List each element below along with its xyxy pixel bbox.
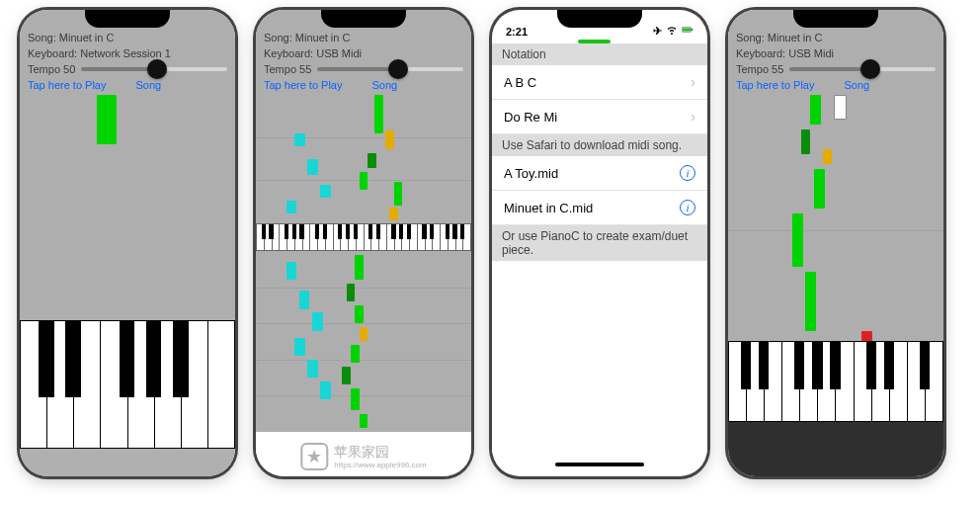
black-key[interactable] (65, 321, 81, 397)
list-item[interactable]: A B C › (492, 65, 707, 100)
black-key[interactable] (460, 224, 464, 239)
home-indicator (492, 453, 707, 476)
bottom-bar (20, 449, 235, 476)
black-key[interactable] (269, 224, 273, 239)
wifi-icon (666, 24, 678, 38)
black-key[interactable] (39, 321, 54, 397)
notch (85, 10, 170, 28)
black-key[interactable] (354, 224, 358, 239)
piano-keyboard[interactable] (728, 341, 943, 422)
black-key[interactable] (446, 224, 449, 239)
piano-keyboard[interactable] (20, 320, 235, 449)
white-key[interactable] (728, 341, 746, 422)
section-notation: Notation (492, 43, 707, 65)
black-key[interactable] (368, 224, 372, 239)
white-key[interactable] (100, 320, 126, 449)
black-key[interactable] (262, 224, 266, 239)
black-key[interactable] (399, 224, 403, 239)
white-key[interactable] (781, 341, 799, 422)
black-key[interactable] (407, 224, 411, 239)
white-key[interactable] (386, 223, 394, 251)
white-key[interactable] (333, 223, 341, 251)
screenshot-2: Song: Minuet in C Keyboard: USB Midi Tem… (256, 10, 471, 476)
list-item-label: A Toy.mid (504, 166, 558, 181)
white-key[interactable] (364, 223, 371, 251)
black-key[interactable] (741, 342, 751, 389)
song-label: Song: Minuet in C (28, 32, 227, 43)
black-key[interactable] (759, 342, 769, 389)
list-item-label: A B C (504, 75, 536, 90)
white-key[interactable] (279, 223, 286, 251)
list-item[interactable]: Do Re Mi › (492, 100, 707, 134)
chevron-right-icon: › (691, 74, 695, 90)
black-key[interactable] (884, 342, 894, 389)
note-roll-lower (256, 251, 471, 432)
play-link[interactable]: Tap here to Play (264, 79, 343, 91)
song-link[interactable]: Song (136, 79, 162, 91)
tempo-slider[interactable]: Tempo 50 (28, 63, 227, 75)
black-key[interactable] (830, 342, 840, 389)
tempo-slider[interactable]: Tempo 55 (736, 63, 936, 75)
info-icon[interactable]: i (680, 165, 695, 181)
black-key[interactable] (323, 224, 327, 239)
black-key[interactable] (173, 321, 189, 397)
mini-keyboard[interactable] (256, 223, 471, 251)
airplane-icon: ✈ (653, 25, 662, 38)
svg-rect-2 (692, 29, 693, 31)
white-key[interactable] (907, 341, 925, 422)
black-key[interactable] (866, 342, 876, 389)
black-key[interactable] (146, 321, 162, 397)
song-link[interactable]: Song (372, 79, 398, 91)
status-time: 2:21 (506, 26, 528, 38)
black-key[interactable] (391, 224, 395, 239)
black-key[interactable] (120, 321, 135, 397)
battery-icon (682, 24, 694, 38)
song-label: Song: Minuet in C (264, 32, 463, 43)
black-key[interactable] (338, 224, 342, 239)
black-key[interactable] (292, 224, 296, 239)
status-icons: ✈ (653, 24, 694, 38)
play-link[interactable]: Tap here to Play (28, 79, 107, 91)
bottom-bar (256, 432, 471, 476)
black-key[interactable] (422, 224, 426, 239)
tempo-value: Tempo 55 (264, 63, 311, 75)
note-roll (728, 95, 943, 341)
notch (793, 10, 878, 28)
black-key[interactable] (346, 224, 350, 239)
tempo-thumb[interactable] (388, 59, 408, 79)
tempo-slider[interactable]: Tempo 55 (264, 63, 463, 75)
song-label: Song: Minuet in C (736, 32, 936, 43)
white-key[interactable] (207, 320, 235, 449)
info-icon[interactable]: i (680, 200, 695, 215)
tempo-thumb[interactable] (147, 59, 167, 79)
play-link[interactable]: Tap here to Play (736, 79, 815, 91)
white-key[interactable] (417, 223, 425, 251)
song-link[interactable]: Song (845, 79, 870, 91)
black-key[interactable] (794, 342, 804, 389)
tempo-thumb[interactable] (860, 59, 880, 79)
white-key[interactable] (256, 223, 264, 251)
white-key[interactable] (440, 223, 448, 251)
list-item[interactable]: Minuet in C.mid i (492, 191, 707, 225)
black-key[interactable] (299, 224, 303, 239)
black-key[interactable] (812, 342, 822, 389)
black-key[interactable] (452, 224, 456, 239)
screenshot-1: Song: Minuet in C Keyboard: Network Sess… (20, 10, 235, 476)
list-item[interactable]: A Toy.mid i (492, 156, 707, 191)
black-key[interactable] (376, 224, 380, 239)
white-key[interactable] (20, 320, 46, 449)
white-key[interactable] (309, 223, 317, 251)
white-key[interactable] (854, 341, 871, 422)
chevron-right-icon: › (691, 109, 695, 125)
keyboard-label: Keyboard: Network Session 1 (28, 47, 227, 59)
black-key[interactable] (920, 342, 930, 389)
keyboard-label: Keyboard: USB Midi (264, 47, 463, 59)
black-key[interactable] (285, 224, 288, 239)
black-key[interactable] (315, 224, 319, 239)
section-download: Use Safari to download midi song. (492, 134, 707, 156)
section-create: Or use PianoC to create exam/duet piece. (492, 225, 707, 261)
list-item-label: Do Re Mi (504, 110, 557, 125)
list-empty-area (492, 261, 707, 453)
list-item-label: Minuet in C.mid (504, 201, 593, 215)
black-key[interactable] (430, 224, 434, 239)
